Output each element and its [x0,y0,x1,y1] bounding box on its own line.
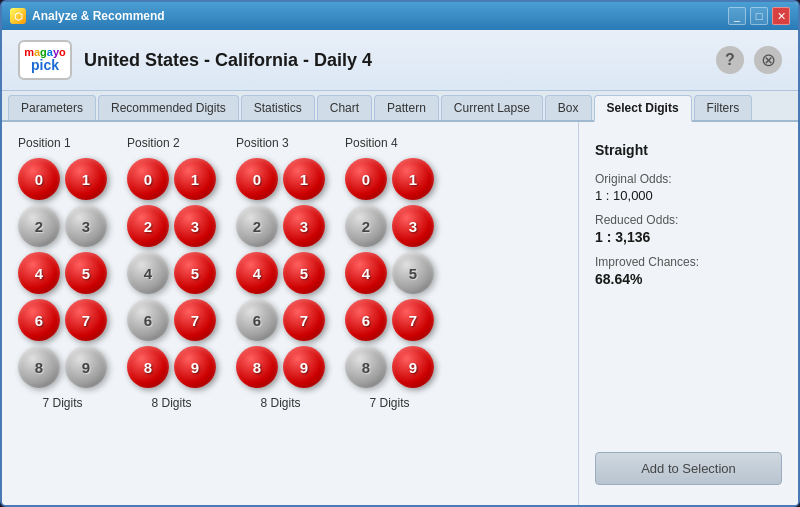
ball-p4-2[interactable]: 2 [345,205,387,247]
original-odds-row: Original Odds: 1 : 10,000 [595,172,782,203]
tab-recommended-digits[interactable]: Recommended Digits [98,95,239,120]
ball-p3-6[interactable]: 6 [236,299,278,341]
tab-chart[interactable]: Chart [317,95,372,120]
position-col-2: Position 201234567898 Digits [127,136,216,410]
ball-p1-1[interactable]: 1 [65,158,107,200]
digits-count-3: 8 Digits [260,396,300,410]
ball-p4-4[interactable]: 4 [345,252,387,294]
original-odds-value: 1 : 10,000 [595,188,782,203]
ball-p2-9[interactable]: 9 [174,346,216,388]
ball-p3-0[interactable]: 0 [236,158,278,200]
ball-p1-3[interactable]: 3 [65,205,107,247]
close-button[interactable]: ✕ [772,7,790,25]
balls-grid-2: 0123456789 [127,158,216,388]
logo: magayo pick [18,40,72,80]
position-col-4: Position 401234567897 Digits [345,136,434,410]
improved-chances-row: Improved Chances: 68.64% [595,255,782,287]
add-to-selection-button[interactable]: Add to Selection [595,452,782,485]
sidebar: Straight Original Odds: 1 : 10,000 Reduc… [578,122,798,505]
digits-count-1: 7 Digits [42,396,82,410]
original-odds-label: Original Odds: [595,172,782,186]
title-bar-left: ⬡ Analyze & Recommend [10,8,165,24]
reduced-odds-value: 1 : 3,136 [595,229,782,245]
tab-filters[interactable]: Filters [694,95,753,120]
tab-box[interactable]: Box [545,95,592,120]
ball-p4-1[interactable]: 1 [392,158,434,200]
ball-p3-4[interactable]: 4 [236,252,278,294]
ball-p4-8[interactable]: 8 [345,346,387,388]
tab-select-digits[interactable]: Select Digits [594,95,692,122]
ball-p2-2[interactable]: 2 [127,205,169,247]
ball-p1-5[interactable]: 5 [65,252,107,294]
logo-pick: pick [31,58,59,73]
stats-section: Straight Original Odds: 1 : 10,000 Reduc… [595,142,782,297]
ball-p4-5[interactable]: 5 [392,252,434,294]
balls-grid-4: 0123456789 [345,158,434,388]
stats-title: Straight [595,142,782,158]
app-header: magayo pick United States - California -… [2,30,798,91]
ball-p2-1[interactable]: 1 [174,158,216,200]
digits-count-2: 8 Digits [151,396,191,410]
balls-grid-3: 0123456789 [236,158,325,388]
ball-p1-8[interactable]: 8 [18,346,60,388]
position-label-1: Position 1 [18,136,71,150]
ball-p3-1[interactable]: 1 [283,158,325,200]
ball-p3-8[interactable]: 8 [236,346,278,388]
ball-p1-2[interactable]: 2 [18,205,60,247]
ball-p4-7[interactable]: 7 [392,299,434,341]
position-label-3: Position 3 [236,136,289,150]
ball-p3-5[interactable]: 5 [283,252,325,294]
improved-chances-label: Improved Chances: [595,255,782,269]
ball-p1-0[interactable]: 0 [18,158,60,200]
ball-p2-3[interactable]: 3 [174,205,216,247]
ball-p1-6[interactable]: 6 [18,299,60,341]
logo-area: magayo pick United States - California -… [18,40,372,80]
ball-p2-5[interactable]: 5 [174,252,216,294]
digits-count-4: 7 Digits [369,396,409,410]
ball-p1-9[interactable]: 9 [65,346,107,388]
position-label-2: Position 2 [127,136,180,150]
ball-p3-9[interactable]: 9 [283,346,325,388]
ball-p2-6[interactable]: 6 [127,299,169,341]
minimize-button[interactable]: _ [728,7,746,25]
ball-p1-7[interactable]: 7 [65,299,107,341]
positions-grid: Position 101234567897 DigitsPosition 201… [18,136,562,410]
tab-parameters[interactable]: Parameters [8,95,96,120]
tab-pattern[interactable]: Pattern [374,95,439,120]
help-button[interactable]: ? [716,46,744,74]
position-col-1: Position 101234567897 Digits [18,136,107,410]
ball-p4-3[interactable]: 3 [392,205,434,247]
ball-p3-7[interactable]: 7 [283,299,325,341]
ball-p3-2[interactable]: 2 [236,205,278,247]
ball-p4-9[interactable]: 9 [392,346,434,388]
ball-p4-6[interactable]: 6 [345,299,387,341]
position-col-3: Position 301234567898 Digits [236,136,325,410]
content-area: Position 101234567897 DigitsPosition 201… [2,122,798,505]
improved-chances-value: 68.64% [595,271,782,287]
positions-area: Position 101234567897 DigitsPosition 201… [2,122,578,505]
app-icon: ⬡ [10,8,26,24]
position-label-4: Position 4 [345,136,398,150]
ball-p1-4[interactable]: 4 [18,252,60,294]
title-bar: ⬡ Analyze & Recommend _ □ ✕ [2,2,798,30]
ball-p2-4[interactable]: 4 [127,252,169,294]
ball-p3-3[interactable]: 3 [283,205,325,247]
ball-p2-7[interactable]: 7 [174,299,216,341]
reduced-odds-row: Reduced Odds: 1 : 3,136 [595,213,782,245]
header-close-button[interactable]: ⊗ [754,46,782,74]
main-window: ⬡ Analyze & Recommend _ □ ✕ magayo pick … [0,0,800,507]
tab-bar: ParametersRecommended DigitsStatisticsCh… [2,91,798,122]
tab-statistics[interactable]: Statistics [241,95,315,120]
reduced-odds-label: Reduced Odds: [595,213,782,227]
maximize-button[interactable]: □ [750,7,768,25]
ball-p4-0[interactable]: 0 [345,158,387,200]
window-title: Analyze & Recommend [32,9,165,23]
balls-grid-1: 0123456789 [18,158,107,388]
ball-p2-0[interactable]: 0 [127,158,169,200]
app-title: United States - California - Daily 4 [84,50,372,71]
window-controls: _ □ ✕ [728,7,790,25]
tab-current-lapse[interactable]: Current Lapse [441,95,543,120]
ball-p2-8[interactable]: 8 [127,346,169,388]
header-icons: ? ⊗ [716,46,782,74]
